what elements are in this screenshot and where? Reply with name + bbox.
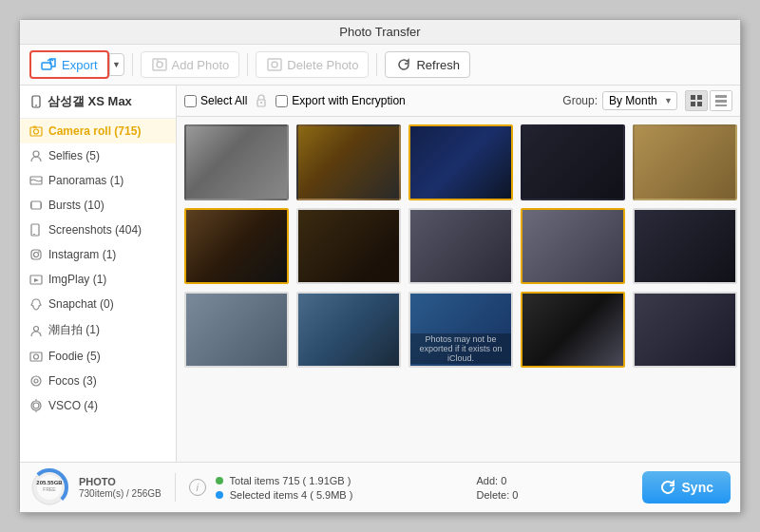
imgplay-label: ImgPlay (1)	[48, 273, 106, 286]
main-area: 삼성갤 XS Max Camera roll (715) Selfies (5)	[20, 86, 740, 462]
group-text: Group:	[562, 94, 598, 107]
svg-text:FREE: FREE	[43, 486, 56, 492]
main-toolbar: Export ▼ Add Photo Delete Photo	[20, 45, 740, 86]
svg-rect-42	[715, 95, 727, 98]
photo-12[interactable]	[296, 292, 401, 368]
export-encryption-checkbox[interactable]: Export with Encryption	[276, 94, 405, 107]
bursts-icon	[29, 199, 43, 212]
sync-icon	[659, 479, 676, 496]
chaozipai-icon	[29, 324, 43, 337]
sidebar-item-imgplay[interactable]: ImgPlay (1)	[20, 267, 176, 292]
status-info: Total items 715 ( 1.91GB ) Selected item…	[216, 475, 353, 501]
svg-rect-39	[697, 95, 702, 100]
sidebar-item-screenshots[interactable]: Screenshots (404)	[20, 218, 176, 242]
status-divider	[175, 473, 176, 502]
instagram-label: Instagram (1)	[48, 248, 116, 261]
svg-text:205.55GB: 205.55GB	[36, 480, 63, 485]
bursts-label: Bursts (10)	[48, 199, 104, 212]
sidebar: 삼성갤 XS Max Camera roll (715) Selfies (5)	[20, 86, 177, 462]
photo-5[interactable]	[633, 124, 737, 200]
photo-4[interactable]	[521, 124, 625, 200]
photo-11[interactable]	[184, 292, 289, 368]
selected-items-label: Selected items 4 ( 5.9MB )	[230, 489, 353, 501]
screenshots-icon	[29, 223, 43, 237]
photo-watermark: Photos may not be exported if it exists …	[410, 333, 511, 364]
foodie-icon	[29, 350, 43, 363]
sidebar-item-chaozipai[interactable]: 潮自拍 (1)	[20, 316, 176, 344]
foodie-label: Foodie (5)	[48, 350, 101, 363]
add-label: Add:	[476, 475, 498, 486]
refresh-icon	[395, 56, 412, 73]
sidebar-item-foodie[interactable]: Foodie (5)	[20, 344, 176, 369]
app-title: Photo Transfer	[339, 25, 420, 39]
svg-rect-20	[31, 224, 39, 236]
svg-point-29	[34, 354, 39, 359]
svg-point-15	[33, 151, 39, 157]
photo-row-2	[184, 208, 732, 284]
photo-row-1	[184, 124, 732, 200]
svg-point-31	[34, 379, 38, 383]
content-toolbar: Select All Export with Encryption Group:…	[177, 86, 740, 117]
photo-15[interactable]	[633, 292, 737, 368]
svg-rect-41	[697, 102, 702, 106]
sidebar-item-instagram[interactable]: Instagram (1)	[20, 242, 176, 267]
refresh-label: Refresh	[416, 58, 460, 72]
device-name: 삼성갤 XS Max	[20, 86, 176, 119]
panoramas-icon	[29, 174, 43, 187]
export-encryption-label: Export with Encryption	[292, 94, 405, 107]
export-label: Export	[62, 58, 98, 72]
photo-7[interactable]	[296, 208, 401, 284]
add-delete-info: Add: 0 Delete: 0	[476, 475, 518, 501]
sidebar-item-focos[interactable]: Focos (3)	[20, 369, 176, 393]
select-all-input[interactable]	[184, 95, 197, 107]
view-toggle	[685, 90, 732, 111]
add-photo-label: Add Photo	[172, 58, 230, 72]
snapchat-icon	[29, 297, 43, 311]
photo-6[interactable]	[184, 208, 289, 284]
panoramas-label: Panoramas (1)	[48, 174, 124, 187]
photo-1[interactable]	[184, 124, 289, 200]
svg-rect-21	[33, 234, 35, 235]
export-dropdown[interactable]: ▼	[109, 53, 124, 76]
vsco-label: VSCO (4)	[48, 399, 98, 412]
svg-rect-2	[153, 59, 166, 70]
sidebar-item-panoramas[interactable]: Panoramas (1)	[20, 168, 176, 193]
list-view-button[interactable]	[710, 90, 732, 111]
grid-icon	[691, 95, 702, 106]
group-dropdown[interactable]: By Month By Day	[602, 91, 677, 110]
svg-rect-44	[715, 104, 727, 106]
delete-photo-button[interactable]: Delete Photo	[256, 51, 369, 78]
photo-14[interactable]	[521, 292, 625, 368]
divider2	[247, 53, 248, 76]
export-encryption-input[interactable]	[276, 95, 288, 107]
content-area: Select All Export with Encryption Group:…	[177, 86, 740, 462]
sync-button[interactable]: Sync	[642, 471, 731, 504]
refresh-button[interactable]: Refresh	[385, 51, 470, 78]
sidebar-item-camera-roll[interactable]: Camera roll (715)	[20, 119, 176, 143]
svg-point-30	[31, 376, 41, 386]
export-button[interactable]: Export	[29, 50, 109, 79]
add-photo-button[interactable]: Add Photo	[141, 51, 240, 78]
grid-view-button[interactable]	[685, 90, 708, 111]
export-icon	[41, 56, 58, 73]
chaozipai-label: 潮自拍 (1)	[48, 322, 100, 338]
sidebar-item-snapchat[interactable]: Snapchat (0)	[20, 292, 176, 316]
photo-8[interactable]	[408, 208, 513, 284]
photo-9[interactable]	[521, 208, 625, 284]
selected-dot	[216, 491, 223, 499]
sidebar-item-bursts[interactable]: Bursts (10)	[20, 193, 176, 218]
photo-3[interactable]	[408, 124, 513, 200]
photo-2[interactable]	[296, 124, 401, 200]
device-photo-label: PHOTO	[79, 476, 162, 487]
svg-rect-38	[691, 95, 695, 100]
svg-rect-12	[30, 127, 42, 136]
photo-10[interactable]	[633, 208, 737, 284]
imgplay-icon	[29, 273, 43, 286]
sidebar-item-vsco[interactable]: VSCO (4)	[20, 393, 176, 418]
select-all-checkbox[interactable]: Select All	[184, 94, 247, 107]
sidebar-item-selfies[interactable]: Selfies (5)	[20, 143, 176, 168]
camera-icon	[29, 124, 43, 138]
add-row: Add: 0	[476, 475, 518, 486]
selfies-icon	[29, 149, 43, 162]
photo-13[interactable]: Photos may not be exported if it exists …	[408, 292, 513, 368]
